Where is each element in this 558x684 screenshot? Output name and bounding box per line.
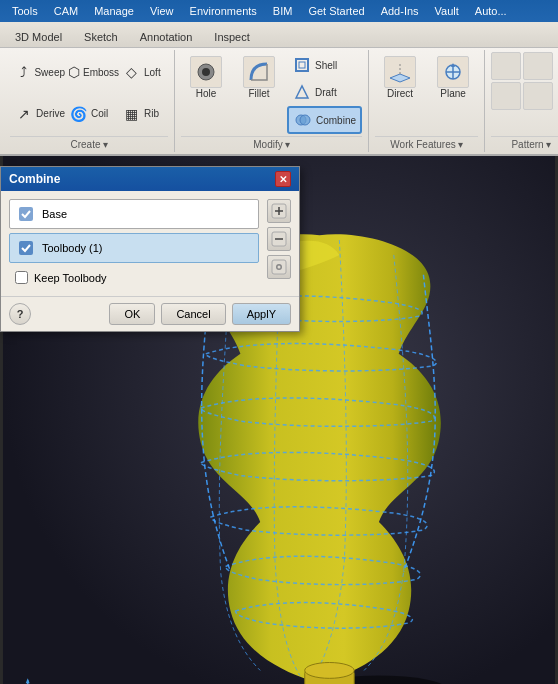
ribbon-tabs: 3D Model Sketch Annotation Inspect	[0, 22, 558, 48]
draft-icon	[292, 82, 312, 102]
dialog-title: Combine	[9, 172, 60, 186]
pattern-group-label[interactable]: Pattern ▾	[491, 136, 558, 150]
ok-button[interactable]: OK	[109, 303, 155, 325]
dialog-body: Base Toolbody (1)	[1, 191, 299, 296]
modify-chevron-icon: ▾	[285, 139, 290, 150]
menu-view[interactable]: View	[142, 3, 182, 19]
toolbody-label: Toolbody (1)	[42, 242, 103, 254]
rib-button[interactable]: ▦ Rib	[116, 101, 176, 127]
rib-icon: ▦	[121, 104, 141, 124]
combine-button[interactable]: Combine	[287, 106, 362, 134]
keep-toolbody-checkbox[interactable]	[15, 271, 28, 284]
ribbon-group-create: ⤴ Sweep ⬡ Emboss ◇ Loft ↗ Derive 🌀 Coil …	[4, 50, 175, 152]
menu-manage[interactable]: Manage	[86, 3, 142, 19]
pattern-chevron-icon: ▾	[546, 139, 551, 150]
menu-environments[interactable]: Environments	[182, 3, 265, 19]
create-chevron-icon: ▾	[103, 139, 108, 150]
base-field-icon	[16, 204, 36, 224]
combine-icon	[293, 110, 313, 130]
draft-button[interactable]: Draft	[287, 79, 362, 105]
svg-rect-26	[19, 207, 33, 221]
workfeatures-chevron-icon: ▾	[458, 139, 463, 150]
keep-toolbody-row: Keep Toolbody	[9, 267, 259, 288]
add-body-button[interactable]	[267, 199, 291, 223]
close-icon: ✕	[279, 174, 287, 185]
menu-get-started[interactable]: Get Started	[300, 3, 372, 19]
tab-annotation[interactable]: Annotation	[129, 26, 204, 47]
ribbon-group-pattern: Pattern ▾	[485, 50, 558, 152]
dialog-titlebar[interactable]: Combine ✕	[1, 167, 299, 191]
menu-tools[interactable]: Tools	[4, 3, 46, 19]
modify-group-label[interactable]: Modify ▾	[181, 136, 362, 150]
hole-button[interactable]: Hole	[181, 52, 231, 103]
svg-point-35	[278, 266, 281, 269]
loft-icon: ◇	[121, 62, 141, 82]
sweep-button[interactable]: ⤴ Sweep	[10, 59, 70, 85]
menu-cam[interactable]: CAM	[46, 3, 86, 19]
hole-icon	[190, 56, 222, 88]
plane-icon	[384, 56, 416, 88]
svg-point-1	[202, 68, 210, 76]
dialog-section: Base Toolbody (1)	[9, 199, 291, 288]
shell-icon	[292, 55, 312, 75]
plane-button[interactable]: Direct	[375, 52, 425, 103]
dialog-buttons: ? OK Cancel ApplY	[1, 296, 299, 331]
menu-bar: Tools CAM Manage View Environments BIM G…	[0, 0, 558, 22]
fillet-icon	[243, 56, 275, 88]
workfeatures-group-label[interactable]: Work Features ▾	[375, 136, 478, 150]
toolbody-field-icon	[16, 238, 36, 258]
help-button[interactable]: ?	[9, 303, 31, 325]
toolbody-field[interactable]: Toolbody (1)	[9, 233, 259, 263]
menu-bim[interactable]: BIM	[265, 3, 301, 19]
direct-icon	[437, 56, 469, 88]
emboss-icon: ⬡	[68, 62, 80, 82]
menu-auto[interactable]: Auto...	[467, 3, 515, 19]
ribbon-group-workfeatures: Direct Plane Work Features ▾	[369, 50, 485, 152]
svg-point-17	[305, 663, 354, 679]
ribbon: ⤴ Sweep ⬡ Emboss ◇ Loft ↗ Derive 🌀 Coil …	[0, 48, 558, 156]
dialog-overlay: Combine ✕	[0, 166, 300, 332]
menu-vault[interactable]: Vault	[427, 3, 467, 19]
combine-dialog: Combine ✕	[0, 166, 300, 332]
coil-icon: 🌀	[68, 104, 88, 124]
menu-add-ins[interactable]: Add-Ins	[373, 3, 427, 19]
tab-3dmodel[interactable]: 3D Model	[4, 26, 73, 47]
dialog-close-button[interactable]: ✕	[275, 171, 291, 187]
svg-marker-4	[296, 86, 308, 98]
coil-button[interactable]: 🌀 Coil	[63, 101, 123, 127]
base-label: Base	[42, 208, 67, 220]
fillet-button[interactable]: Fillet	[234, 52, 284, 103]
viewport[interactable]: Y X Combine ✕	[0, 156, 558, 684]
svg-marker-7	[390, 74, 410, 82]
create-group-label[interactable]: Create ▾	[10, 136, 168, 150]
options-body-button[interactable]	[267, 255, 291, 279]
svg-rect-27	[19, 241, 33, 255]
base-field[interactable]: Base	[9, 199, 259, 229]
main-area: Y X Combine ✕	[0, 156, 558, 684]
keep-toolbody-label: Keep Toolbody	[34, 272, 107, 284]
cancel-button[interactable]: Cancel	[161, 303, 225, 325]
emboss-button[interactable]: ⬡ Emboss	[63, 59, 123, 85]
ribbon-group-modify: Hole Fillet	[175, 50, 369, 152]
sweep-icon: ⤴	[15, 62, 31, 82]
help-icon: ?	[17, 308, 24, 320]
svg-rect-3	[299, 62, 305, 68]
apply-button[interactable]: ApplY	[232, 303, 291, 325]
svg-point-6	[300, 115, 310, 125]
derive-button[interactable]: ↗ Derive	[10, 101, 70, 127]
svg-rect-2	[296, 59, 308, 71]
remove-body-button[interactable]	[267, 227, 291, 251]
tab-sketch[interactable]: Sketch	[73, 26, 129, 47]
tab-inspect[interactable]: Inspect	[203, 26, 260, 47]
body-action-buttons	[267, 199, 291, 279]
shell-button[interactable]: Shell	[287, 52, 362, 78]
derive-icon: ↗	[15, 104, 33, 124]
direct-button[interactable]: Plane	[428, 52, 478, 103]
dialog-fields: Base Toolbody (1)	[9, 199, 259, 288]
loft-button[interactable]: ◇ Loft	[116, 59, 176, 85]
